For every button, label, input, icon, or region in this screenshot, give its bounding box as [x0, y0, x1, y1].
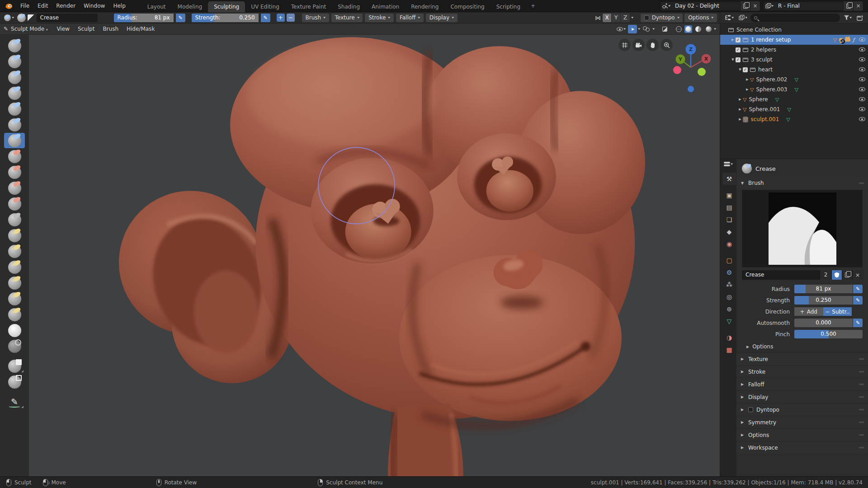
tool-flatten[interactable]	[4, 164, 25, 180]
radius-pressure-button[interactable]: ✎	[176, 14, 185, 22]
scene-icon[interactable]: ▾	[660, 3, 672, 9]
users-count[interactable]: 2	[820, 270, 831, 280]
eye-icon[interactable]	[859, 116, 865, 122]
panel-grip-icon[interactable]: ══	[859, 369, 863, 374]
expand-arrow-icon[interactable]: ▶	[737, 98, 743, 101]
navigation-gizmo[interactable]: Z Y X	[669, 40, 712, 94]
outliner-row[interactable]: ▶ ▽Sphere ▽	[720, 94, 868, 104]
outliner-item-label[interactable]: 1 render setup	[751, 37, 791, 43]
visibility-dropdown[interactable]: ▾	[615, 25, 627, 33]
menu-render[interactable]: Render	[52, 0, 80, 12]
strength-pressure-button[interactable]: ✎	[261, 14, 270, 22]
properties-tab-object[interactable]: ▢	[722, 254, 736, 266]
outliner-item-label[interactable]: 3 sculpt	[751, 56, 773, 63]
expand-arrow-icon[interactable]: ▼	[730, 58, 736, 61]
panel-grip-icon[interactable]: ══	[859, 432, 863, 437]
tool-blob[interactable]	[4, 117, 25, 132]
remove-view-layer-button[interactable]: ×	[853, 1, 863, 11]
outliner-item-label[interactable]: Sphere.002	[756, 76, 787, 83]
collection-checkbox[interactable]: ✓	[743, 67, 748, 72]
camera-view-button[interactable]	[632, 39, 645, 51]
scene-name[interactable]: Day 02 - Delight	[672, 3, 740, 9]
outliner-row[interactable]: ▶ ▽Sphere.001 ▽	[720, 104, 868, 114]
tool-smooth[interactable]	[4, 149, 25, 164]
outliner-filter-dropdown[interactable]: ▾	[842, 14, 853, 22]
shading-solid-button[interactable]	[684, 25, 692, 33]
symmetry-z-button[interactable]: Z	[621, 14, 630, 22]
tool-nudge[interactable]	[4, 291, 25, 306]
panel-grip-icon[interactable]: ══	[859, 445, 863, 450]
collection-checkbox[interactable]: ✓	[736, 38, 741, 42]
overlays-caret-icon[interactable]: ▾	[652, 27, 655, 31]
fake-user-button[interactable]	[831, 270, 842, 280]
tool-mask[interactable]	[4, 338, 25, 354]
outliner-row[interactable]: ▼ ✓3 sculpt	[720, 55, 868, 65]
outliner-row[interactable]: ▶ ▽Sphere.003 ▽	[720, 84, 868, 94]
eye-icon[interactable]	[859, 106, 865, 113]
new-scene-button[interactable]	[740, 1, 750, 11]
workspace-tab-animation[interactable]: Animation	[366, 1, 405, 12]
properties-tab-tool[interactable]: ⚒	[722, 173, 736, 185]
workspace-tab-texture-paint[interactable]: Texture Paint	[285, 1, 332, 12]
outliner-item-label[interactable]: Sphere.003	[756, 86, 787, 93]
workspace-tab-rendering[interactable]: Rendering	[405, 1, 444, 12]
tool-simplify[interactable]	[4, 323, 25, 338]
direction-add-button[interactable]: +	[277, 14, 285, 22]
panel-grip-icon[interactable]: ══	[859, 420, 863, 425]
brush-texture-icon[interactable]	[28, 14, 35, 21]
panel-falloff-header[interactable]: ▶Falloff══	[736, 378, 868, 390]
menu-edit[interactable]: Edit	[33, 0, 52, 12]
tool-draw[interactable]	[4, 38, 25, 53]
mode-dropdown[interactable]: Sculpt Mode ▾	[10, 26, 52, 32]
active-tool-icon[interactable]: ▾	[3, 14, 15, 22]
tool-thumb[interactable]	[4, 275, 25, 291]
pinch-slider[interactable]: 0.500	[794, 330, 863, 338]
shading-caret-icon[interactable]: ▾	[714, 27, 717, 31]
expand-arrow-icon[interactable]: ▶	[737, 117, 743, 121]
pan-view-button[interactable]	[646, 39, 659, 51]
workspace-tab-sculpting[interactable]: Sculpting	[208, 1, 245, 12]
collection-checkbox[interactable]: ✓	[736, 47, 741, 52]
brush-preview-image[interactable]	[769, 192, 836, 265]
outliner-row[interactable]: ▼ ✓heart	[720, 65, 868, 75]
gizmo-neg-z-axis[interactable]	[688, 86, 694, 92]
tool-layer[interactable]	[4, 85, 25, 101]
strength-slider[interactable]: Strength: 0.250	[192, 14, 259, 22]
outliner-item-label[interactable]: sculpt.001	[750, 116, 779, 122]
properties-tab-physics[interactable]: ◎	[722, 291, 736, 303]
shading-material-button[interactable]	[693, 25, 703, 33]
tool-pinch[interactable]	[4, 212, 25, 227]
tool-annotate[interactable]: ✎	[4, 394, 25, 409]
panel-grip-icon[interactable]: ══	[859, 357, 863, 361]
autosmooth-pressure-button[interactable]: ✎	[853, 319, 863, 327]
xray-toggle[interactable]	[660, 25, 669, 33]
gizmo-neg-x-axis[interactable]	[673, 66, 681, 74]
viewport-menu-view[interactable]: View	[52, 26, 73, 32]
menu-help[interactable]: Help	[109, 0, 129, 12]
strength-pressure-button[interactable]: ✎	[853, 296, 863, 305]
tool-fill[interactable]	[4, 180, 25, 196]
eye-icon[interactable]	[859, 37, 865, 43]
radius-slider[interactable]: 81 px	[794, 285, 853, 293]
properties-tab-scene[interactable]: ◆	[722, 225, 736, 238]
menu-stroke-dropdown[interactable]: Stroke▾	[365, 14, 394, 22]
eye-icon[interactable]	[859, 86, 865, 93]
outliner-filter-id-dropdown[interactable]: ▾	[737, 14, 749, 22]
properties-tab-texture[interactable]: ▦	[722, 343, 736, 356]
brush-name-field[interactable]: Crease	[742, 270, 820, 280]
symmetry-caret-icon[interactable]: ▾	[631, 16, 633, 19]
outliner-item-label[interactable]: Sphere.001	[749, 106, 780, 113]
tool-rotate[interactable]	[4, 307, 25, 322]
eye-icon[interactable]	[859, 96, 865, 103]
tool-clay-strips[interactable]	[4, 70, 25, 85]
properties-tab-material[interactable]: ◑	[722, 331, 736, 343]
workspace-tab-layout[interactable]: Layout	[142, 1, 172, 12]
direction-add-button[interactable]: +Add	[794, 307, 823, 316]
panel-checkbox-icon[interactable]	[748, 407, 753, 412]
symmetry-x-button[interactable]: X	[603, 14, 612, 22]
add-workspace-button[interactable]: +	[526, 0, 540, 11]
outliner-row[interactable]: ✓2 helpers	[720, 45, 868, 55]
panel-texture-header[interactable]: ▶Texture══	[736, 352, 868, 365]
outliner-row[interactable]: ▶ ▽sculpt.001 ▽	[720, 114, 868, 124]
eye-icon[interactable]	[859, 47, 865, 53]
